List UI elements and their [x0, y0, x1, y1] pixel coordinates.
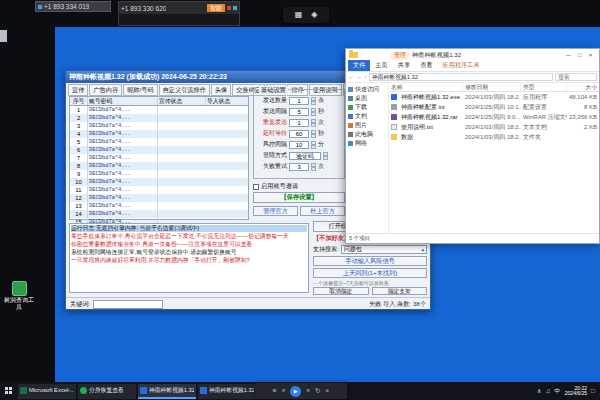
taskbar-item[interactable]: 分身恢复查看 [78, 384, 136, 399]
address-path[interactable]: 神雨种帐视频1.32 [369, 73, 553, 81]
ribbon-tab[interactable]: 共享 [393, 60, 415, 71]
table-row[interactable]: 14 DECDbd7a*4... [70, 210, 248, 218]
column-header[interactable]: 名称 [389, 83, 463, 91]
taskbar-item[interactable]: Microsoft Excel-... [18, 384, 76, 399]
risk-signal-button[interactable]: 手动输入风险信号 [313, 256, 427, 266]
manage-official-button[interactable]: 管理官方 [253, 206, 298, 216]
send-icon[interactable]: ◈ [311, 11, 317, 19]
settings-field-input[interactable]: 5 [289, 108, 309, 116]
settings-field-input[interactable]: 1 [289, 119, 309, 127]
nav-item[interactable]: 文档 [346, 112, 388, 121]
file-date: 2024/1/25/周四 9:0... [463, 113, 521, 122]
table-row[interactable]: 9 DECDbd7a*4... [70, 170, 248, 178]
table-row[interactable]: 13 DECDbd7a*4... [70, 202, 248, 210]
run-log-area[interactable]: 运行日志 无遮挡引擎内存: 当前于右边窗口调试中|某些手机体系订单中,再引流平台… [69, 223, 309, 293]
table-row[interactable]: 11 DECDbd7a*4... [70, 186, 248, 194]
file-row[interactable]: 使用说明.txt 2024/1/03/周四 18:2... 文本文档 2 KB [389, 122, 599, 132]
settings-field-input[interactable]: 3 [289, 163, 309, 171]
column-header[interactable]: 类型 [521, 83, 567, 91]
table-row[interactable]: 5 DECDbd7a*4... [70, 138, 248, 146]
table-row[interactable]: 1 DECDbd7a*4... [70, 106, 248, 114]
spinner-icon[interactable] [323, 152, 328, 160]
nav-item[interactable]: 快速访问 [346, 85, 388, 94]
invite-checkbox[interactable] [253, 184, 259, 190]
dialog-tab[interactable]: 宣传 [68, 84, 88, 96]
spinner-icon[interactable] [311, 163, 316, 171]
taskbar-clock[interactable]: 20:22 2024/6/25 [565, 386, 587, 397]
file-row[interactable]: 数据 2024/1/03/周四 18:2... 文件夹 [389, 132, 599, 142]
spinner-icon[interactable] [311, 108, 316, 116]
media-close-icon[interactable]: × [325, 387, 329, 395]
action-center-icon[interactable]: □ [591, 387, 595, 395]
check-official-button[interactable]: 杜上官方 [300, 206, 345, 216]
save-settings-button[interactable]: 【保存设置】 [253, 192, 345, 203]
file-date: 2024/1/25/周四 10:1... [463, 103, 521, 112]
dialog-tab[interactable]: 自定义引流操作 [159, 84, 210, 96]
volume-icon[interactable]: ♫ [545, 387, 550, 395]
table-row[interactable]: 7 DECDbd7a*4... [70, 154, 248, 162]
cancel-assign-button[interactable]: 取消指定 [313, 287, 369, 295]
next-icon[interactable]: » [306, 387, 310, 395]
explorer-context-tab[interactable]: 管理 [391, 51, 409, 60]
back-icon[interactable]: ← [348, 74, 354, 80]
dialog-tab[interactable]: 昵称/号码 [123, 84, 157, 96]
spinner-icon[interactable] [311, 141, 316, 149]
repeat-icon[interactable]: ↻ [315, 387, 320, 395]
explorer-maximize-button[interactable]: □ [574, 52, 585, 58]
taskbar-item[interactable]: 神雨种帐视频1.32 [138, 384, 196, 399]
nav-item[interactable]: 下载 [346, 103, 388, 112]
desktop-icon-treehole[interactable]: 树洞查询工具 [2, 281, 36, 311]
table-row[interactable]: 3 DECDbd7a*4... [70, 122, 248, 130]
table-row[interactable]: 4 DECDbd7a*4... [70, 130, 248, 138]
spinner-icon[interactable] [311, 97, 316, 105]
column-header[interactable]: 修改日期 [463, 83, 521, 91]
previous-icon[interactable]: « [282, 387, 286, 395]
dialog-tab[interactable]: 广告内容 [89, 84, 122, 96]
explorer-minimize-button[interactable]: ─ [563, 52, 574, 58]
ribbon-tab[interactable]: 应用程序工具 [438, 60, 485, 71]
table-row[interactable]: 10 DECDbd7a*4... [70, 178, 248, 186]
file-row[interactable]: 神雨种帐配置.ini 2024/1/25/周四 10:1... 配置设置 8 K… [389, 102, 599, 112]
spinner-icon[interactable] [311, 119, 316, 127]
explorer-search-input[interactable] [555, 73, 597, 81]
nav-item[interactable]: 桌面 [346, 94, 388, 103]
ribbon-tab[interactable]: 主页 [370, 60, 392, 71]
nav-item[interactable]: 网络 [346, 139, 388, 148]
table-row[interactable]: 8 DECDbd7a*4... [70, 162, 248, 170]
spinner-icon[interactable] [311, 130, 316, 138]
taskbar-item[interactable]: 神雨种帐视频1.32 [198, 384, 256, 399]
keyword-input[interactable] [93, 300, 163, 309]
file-row[interactable]: 神雨种帐视频1.32.exe 2024/1/03/周四 18:2... 应用程序… [389, 92, 599, 102]
start-button[interactable] [2, 384, 16, 398]
explorer-close-button[interactable]: × [585, 52, 596, 58]
settings-field-input[interactable]: 1 [289, 97, 309, 105]
file-row[interactable]: 神雨种帐视频1.32.rar 2024/1/25/周四 9:0... WinRA… [389, 112, 599, 122]
assign-button[interactable]: 指定支架 [372, 287, 428, 295]
mini-window-1[interactable]: +1 893 334 019 [35, 1, 111, 12]
forward-icon[interactable]: → [356, 74, 362, 80]
settings-field-input[interactable]: 60 [289, 130, 309, 138]
smart-mode-button[interactable]: 智能 [207, 4, 225, 12]
up-icon[interactable]: ↑ [364, 74, 367, 80]
ime-chinese-icon[interactable]: 中 [554, 387, 561, 395]
table-row[interactable]: 12 DECDbd7a*4... [70, 194, 248, 202]
nav-item[interactable]: 图片 [346, 121, 388, 130]
play-icon[interactable]: ▶ [290, 386, 301, 397]
ribbon-tab[interactable]: 查看 [415, 60, 437, 71]
grid-icon[interactable]: ▦ [295, 11, 303, 19]
mini-window-2-titlebar[interactable]: +1 893 330 620 智能 [119, 2, 239, 14]
rollback-button[interactable]: 上天回到(1+未找到) [313, 268, 427, 278]
dialog-tab[interactable]: 头像 [211, 84, 231, 96]
mini-window-2[interactable]: +1 893 330 620 智能 [118, 1, 240, 26]
table-row[interactable]: 6 DECDbd7a*4... [70, 146, 248, 154]
column-header[interactable]: 大小 [567, 83, 599, 91]
queue-icon[interactable]: ≡ [273, 387, 277, 395]
hidden-icons-icon[interactable]: ∧ [537, 387, 542, 395]
table-row[interactable]: 2 DECDbd7a*4... [70, 114, 248, 122]
search-mode-dropdown[interactable]: 问题包 ▾ [341, 245, 427, 254]
ribbon-tab[interactable]: 文件 [348, 60, 370, 71]
settings-field-input[interactable]: 验证码 [289, 152, 321, 160]
nav-item[interactable]: 此电脑 [346, 130, 388, 139]
desktop-icon-partial[interactable] [0, 30, 7, 42]
settings-field-input[interactable]: 10 [289, 141, 309, 149]
